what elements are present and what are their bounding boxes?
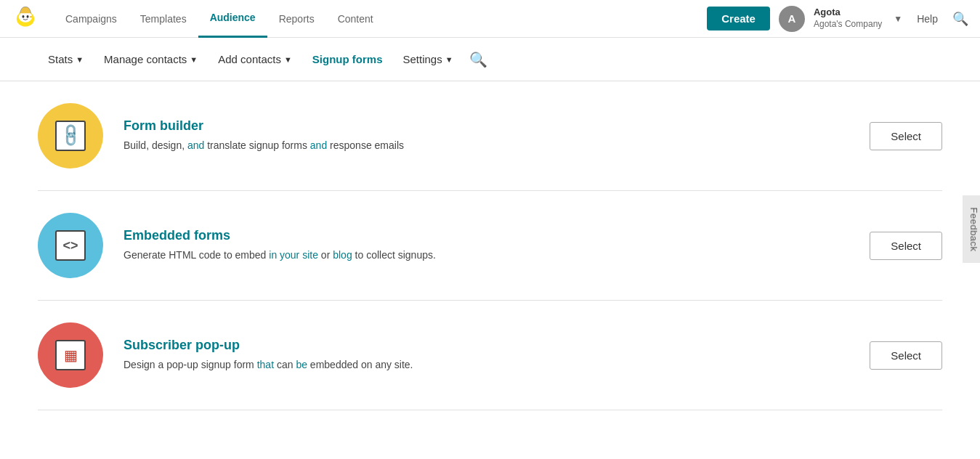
user-menu-chevron-icon[interactable]: ▼ xyxy=(894,14,902,24)
subnav-add-contacts-chevron-icon: ▼ xyxy=(284,55,292,64)
mailchimp-logo-icon xyxy=(12,4,39,31)
subnav-stats-chevron-icon: ▼ xyxy=(76,55,84,64)
subnav-manage-contacts-chevron-icon: ▼ xyxy=(190,55,198,64)
embedded-forms-title: Embedded forms xyxy=(123,228,852,243)
code-icon: <> xyxy=(62,238,78,253)
nav-content[interactable]: Content xyxy=(326,0,385,38)
svg-point-4 xyxy=(30,16,33,17)
subnav-signup-forms-label: Signup forms xyxy=(312,53,383,65)
link-icon: 🔗 xyxy=(57,122,84,149)
embedded-forms-highlight-2: blog xyxy=(333,249,352,261)
subnav-stats-label: Stats xyxy=(48,53,73,65)
form-builder-description: Build, design, and translate signup form… xyxy=(123,138,852,153)
sub-nav: Stats ▼ Manage contacts ▼ Add contacts ▼… xyxy=(0,38,980,81)
embedded-forms-icon-inner: <> xyxy=(55,230,86,261)
subscriber-popup-select-button[interactable]: Select xyxy=(870,341,942,370)
help-link[interactable]: Help xyxy=(917,13,938,25)
embedded-forms-highlight-1: in your site xyxy=(269,249,318,261)
form-builder-icon-inner: 🔗 xyxy=(55,121,86,151)
nav-links: Campaigns Templates Audience Reports Con… xyxy=(54,0,707,38)
user-name: Agota xyxy=(814,7,882,19)
subscriber-popup-title: Subscriber pop-up xyxy=(123,338,852,353)
form-builder-select-button[interactable]: Select xyxy=(870,122,942,150)
subnav-stats[interactable]: Stats ▼ xyxy=(38,38,94,81)
embedded-forms-info: Embedded forms Generate HTML code to emb… xyxy=(123,228,852,263)
svg-point-3 xyxy=(27,15,29,18)
subnav-settings-chevron-icon: ▼ xyxy=(445,55,453,64)
nav-right: Create A Agota Agota's Company ▼ Help 🔍 xyxy=(707,6,968,32)
user-info: Agota Agota's Company xyxy=(814,7,882,30)
subnav-settings[interactable]: Settings ▼ xyxy=(393,38,463,81)
embedded-forms-select-button[interactable]: Select xyxy=(870,232,942,260)
subnav-settings-label: Settings xyxy=(403,53,442,65)
main-content: 🔗 Form builder Build, design, and transl… xyxy=(0,81,980,410)
subscriber-popup-icon: ▦ xyxy=(38,322,103,388)
user-company: Agota's Company xyxy=(814,19,882,31)
embedded-forms-icon: <> xyxy=(38,213,103,278)
form-builder-highlight-2: and xyxy=(310,139,327,151)
subnav-add-contacts[interactable]: Add contacts ▼ xyxy=(208,38,302,81)
form-builder-info: Form builder Build, design, and translat… xyxy=(123,118,852,153)
nav-reports[interactable]: Reports xyxy=(267,0,326,38)
svg-point-2 xyxy=(22,15,24,18)
form-builder-icon: 🔗 xyxy=(38,103,103,168)
create-button[interactable]: Create xyxy=(707,7,770,31)
nav-audience[interactable]: Audience xyxy=(198,0,267,38)
subnav-search-icon[interactable]: 🔍 xyxy=(469,51,487,68)
top-nav: Campaigns Templates Audience Reports Con… xyxy=(0,0,980,38)
subscriber-popup-item: ▦ Subscriber pop-up Design a pop-up sign… xyxy=(38,301,942,410)
logo[interactable] xyxy=(12,4,39,33)
subscriber-popup-highlight-1: that xyxy=(257,359,274,370)
nav-templates[interactable]: Templates xyxy=(129,0,198,38)
subscriber-popup-icon-inner: ▦ xyxy=(55,340,86,370)
form-builder-item: 🔗 Form builder Build, design, and transl… xyxy=(38,81,942,191)
embedded-forms-description: Generate HTML code to embed in your site… xyxy=(123,248,852,263)
form-builder-highlight-1: and xyxy=(187,139,204,151)
subnav-signup-forms[interactable]: Signup forms xyxy=(302,38,393,81)
subnav-add-contacts-label: Add contacts xyxy=(218,53,281,65)
search-icon[interactable]: 🔍 xyxy=(952,11,968,27)
subscriber-popup-highlight-2: be xyxy=(296,359,307,370)
subnav-manage-contacts[interactable]: Manage contacts ▼ xyxy=(94,38,208,81)
feedback-tab[interactable]: Feedback xyxy=(963,195,980,263)
nav-campaigns[interactable]: Campaigns xyxy=(54,0,129,38)
avatar: A xyxy=(779,6,805,32)
subscriber-popup-info: Subscriber pop-up Design a pop-up signup… xyxy=(123,338,852,373)
popup-icon: ▦ xyxy=(64,346,78,364)
subscriber-popup-description: Design a pop-up signup form that can be … xyxy=(123,357,852,373)
subnav-manage-contacts-label: Manage contacts xyxy=(104,53,187,65)
form-builder-title: Form builder xyxy=(123,118,852,134)
embedded-forms-item: <> Embedded forms Generate HTML code to … xyxy=(38,191,942,301)
